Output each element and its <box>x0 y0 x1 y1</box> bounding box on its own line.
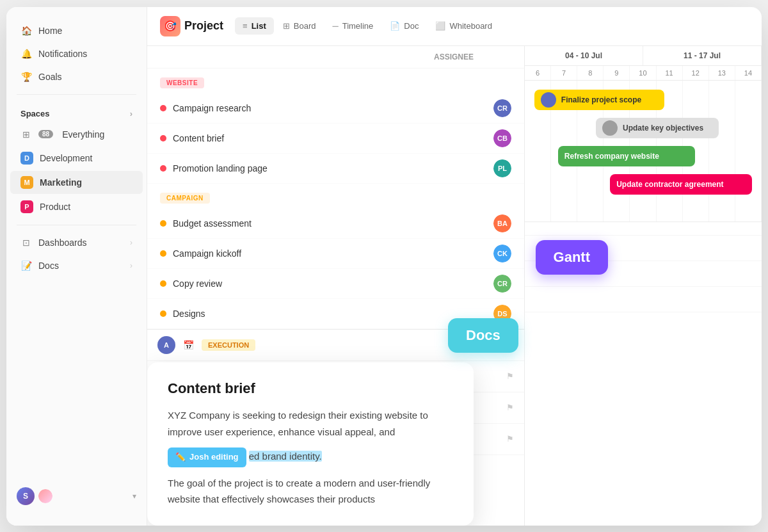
sidebar-item-product[interactable]: P Product <box>10 195 143 218</box>
sidebar-item-home[interactable]: 🏠 Home <box>10 20 143 42</box>
task-name: Campaign research <box>173 103 487 113</box>
sidebar-item-docs[interactable]: 📝 Docs › <box>10 255 143 277</box>
user-photo <box>38 489 52 503</box>
task-name: Promotion landing page <box>173 163 487 173</box>
doc-icon: 📄 <box>390 21 400 31</box>
nav-tabs: ≡ List ⊞ Board ─ Timeline 📄 Doc ⬜ Whi <box>235 17 500 35</box>
docs-card-body1: XYZ Company is seeking to redesign their… <box>168 407 453 440</box>
gantt-day-headers: 6 7 8 9 10 11 12 13 14 <box>525 66 762 81</box>
spaces-header: Spaces › <box>6 101 147 122</box>
task-dot <box>160 165 166 172</box>
campaign-badge: CAMPAIGN <box>160 193 210 204</box>
board-icon: ⊞ <box>283 21 290 31</box>
docs-icon: 📝 <box>20 260 32 271</box>
sidebar-item-label: Development <box>40 153 93 163</box>
docs-card-body2: ✏️ Josh editing ed brand identity. <box>168 445 453 469</box>
task-dot <box>160 250 166 257</box>
gantt-status-section <box>525 222 762 338</box>
docs-card-body3: The goal of the project is to create a m… <box>168 475 453 508</box>
dashboards-icon: ⊡ <box>20 237 32 248</box>
task-dot <box>160 105 166 111</box>
gantt-bar-label: Refresh company website <box>564 152 659 161</box>
josh-editing-label: Josh editing <box>189 450 239 464</box>
sidebar-item-everything[interactable]: ⊞ 88 Everything <box>10 124 143 145</box>
gantt-day: 6 <box>525 66 551 80</box>
sidebar-item-label: Everything <box>62 129 104 140</box>
marketing-badge: M <box>20 176 33 189</box>
bar-avatar <box>602 120 618 136</box>
sidebar-item-marketing[interactable]: M Marketing <box>10 171 143 194</box>
group-website-header: WEBSITE <box>147 69 524 93</box>
gantt-panel: 04 - 10 Jul 11 - 17 Jul 6 7 8 9 10 11 12… <box>525 46 762 526</box>
everything-icon: ⊞ <box>20 129 32 140</box>
gantt-bubble: Gantt <box>536 240 608 275</box>
gantt-empty-row <box>525 287 762 312</box>
gantt-empty-row <box>525 312 762 338</box>
gantt-day: 10 <box>630 66 656 80</box>
task-row[interactable]: Campaign research CR <box>147 93 524 124</box>
timeline-icon: ─ <box>332 21 338 31</box>
sidebar-item-label: Docs <box>38 261 59 271</box>
gantt-grid-col <box>735 81 762 222</box>
sidebar-item-label: Product <box>40 202 70 212</box>
task-row[interactable]: Promotion landing page PL <box>147 154 524 184</box>
goals-icon: 🏆 <box>20 71 32 83</box>
task-header: ASSIGNEE <box>147 46 524 69</box>
gantt-bar-objectives: Update key objectives <box>596 118 719 138</box>
tab-timeline[interactable]: ─ Timeline <box>324 17 381 35</box>
website-badge: WEBSITE <box>160 77 204 88</box>
task-dot <box>160 310 166 317</box>
task-name: Designs <box>173 309 487 319</box>
chevron-icon: › <box>130 109 132 118</box>
product-badge: P <box>20 200 33 213</box>
flag-icon: ⚑ <box>506 371 514 381</box>
task-dot <box>160 280 166 287</box>
tab-whiteboard[interactable]: ⬜ Whiteboard <box>428 17 499 35</box>
gantt-week-2: 11 - 17 Jul <box>643 46 762 65</box>
gantt-week-headers: 04 - 10 Jul 11 - 17 Jul <box>525 46 762 66</box>
sidebar-item-development[interactable]: D Development <box>10 147 143 170</box>
sidebar-item-label: Marketing <box>40 177 82 188</box>
avatar: CB <box>493 129 511 147</box>
task-name: Copy review <box>173 278 487 289</box>
docs-card: Content brief XYZ Company is seeking to … <box>147 362 474 525</box>
gantt-day: 11 <box>657 66 683 80</box>
tab-board[interactable]: ⊞ Board <box>275 17 324 35</box>
status-badge: EXECUTION <box>202 339 255 351</box>
task-row[interactable]: Content brief CB <box>147 124 524 154</box>
highlight-text: ed brand identity. <box>249 451 322 462</box>
task-dot <box>160 135 166 141</box>
tab-list[interactable]: ≡ List <box>235 17 274 35</box>
avatar: CK <box>493 245 511 262</box>
project-icon: 🎯 <box>160 16 180 36</box>
gantt-bar-finalize: Finalize project scope <box>534 90 665 110</box>
divider-1 <box>17 94 136 95</box>
development-badge: D <box>20 152 33 165</box>
docs-card-title: Content brief <box>168 380 453 397</box>
task-row[interactable]: Campaign kickoff CK <box>147 239 524 269</box>
sidebar-item-goals[interactable]: 🏆 Goals <box>10 66 143 88</box>
chevron-right-icon: › <box>130 261 132 270</box>
whiteboard-icon: ⬜ <box>435 21 445 31</box>
flag-icon: ⚑ <box>506 403 514 412</box>
sidebar-item-label: Home <box>38 26 62 36</box>
bell-icon: 🔔 <box>20 48 32 60</box>
gantt-status-row <box>525 222 762 236</box>
avatar: S <box>17 487 35 505</box>
gantt-bar-refresh: Refresh company website <box>558 146 696 166</box>
tab-doc[interactable]: 📄 Doc <box>382 17 426 35</box>
task-name: Budget assessment <box>173 218 487 229</box>
task-row[interactable]: Copy review CR <box>147 269 524 299</box>
gantt-bar-label: Update contractor agreement <box>616 180 723 189</box>
tab-label: Timeline <box>342 21 374 31</box>
sidebar-item-notifications[interactable]: 🔔 Notifications <box>10 43 143 65</box>
gantt-bar-contractor: Update contractor agreement <box>610 174 752 195</box>
spaces-label: Spaces <box>20 109 50 118</box>
sidebar-item-dashboards[interactable]: ⊡ Dashboards › <box>10 232 143 254</box>
gantt-day: 7 <box>551 66 577 80</box>
task-col-assignee: ASSIGNEE <box>428 52 479 61</box>
task-row[interactable]: Budget assessment BA <box>147 209 524 239</box>
gantt-bar-label: Finalize project scope <box>561 95 641 104</box>
docs-bubble: Docs <box>448 318 518 353</box>
pencil-icon: ✏️ <box>175 450 186 464</box>
